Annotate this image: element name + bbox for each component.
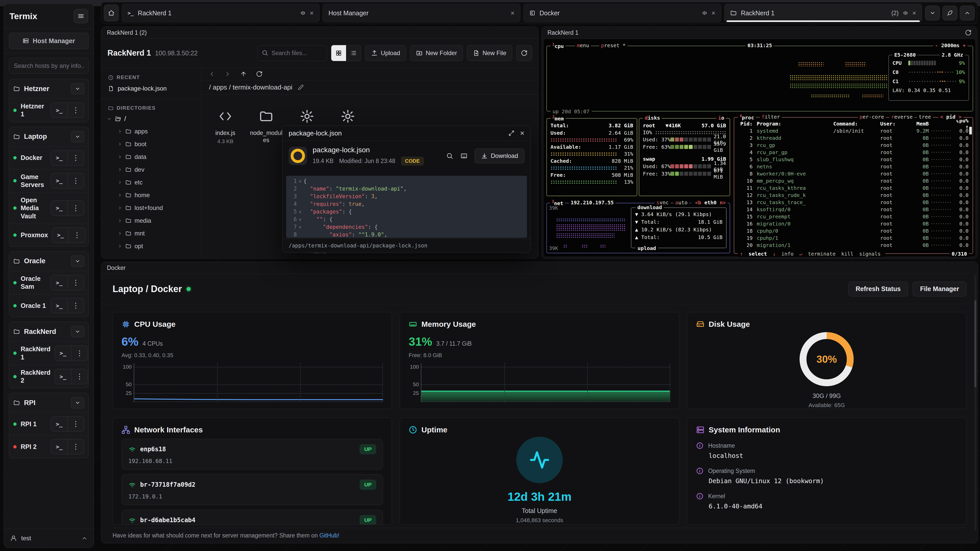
editor-icon[interactable] xyxy=(460,152,468,159)
open-terminal-button[interactable]: >_ xyxy=(51,151,67,165)
docker-scrollbar[interactable] xyxy=(974,275,977,530)
terminal-screen[interactable]: 1cpu menu preset * 03:31:25 - 2000ms + E… xyxy=(544,39,975,256)
tab-overflow-down-button[interactable] xyxy=(925,6,940,21)
sidebar-host-row[interactable]: RackNerd 1>_⋮ xyxy=(9,341,88,365)
open-terminal-button[interactable]: >_ xyxy=(55,346,71,361)
upload-button[interactable]: Upload xyxy=(365,45,406,61)
tree-item-dev[interactable]: dev xyxy=(101,163,201,176)
nav-up-icon[interactable] xyxy=(240,71,247,77)
open-terminal-button[interactable]: >_ xyxy=(51,439,67,454)
tree-item-opt[interactable]: opt xyxy=(101,240,201,252)
open-terminal-button[interactable]: >_ xyxy=(51,201,67,216)
host-menu-button[interactable]: ⋮ xyxy=(67,151,84,165)
split-view-icon[interactable] xyxy=(702,10,708,16)
host-menu-button[interactable]: ⋮ xyxy=(67,201,84,216)
sidebar-host-row[interactable]: RPI 1>_⋮ xyxy=(9,413,88,435)
sidebar-host-row[interactable]: Oracle 1>_⋮ xyxy=(9,294,88,317)
group-collapse-button[interactable] xyxy=(71,131,84,142)
tree-root-item[interactable]: / xyxy=(101,113,201,125)
host-menu-button[interactable]: ⋮ xyxy=(67,173,84,188)
open-terminal-button[interactable]: >_ xyxy=(51,103,67,118)
expand-icon[interactable] xyxy=(508,130,515,137)
group-collapse-button[interactable] xyxy=(71,83,84,94)
group-header[interactable]: RPI xyxy=(9,393,88,413)
group-header[interactable]: Hetzner xyxy=(9,79,88,98)
new-file-button[interactable]: New File xyxy=(467,45,512,61)
tab-close-icon[interactable]: × xyxy=(310,9,313,17)
sidebar-host-row[interactable]: Game Servers>_⋮ xyxy=(9,169,88,192)
group-collapse-button[interactable] xyxy=(71,256,84,267)
split-view-icon[interactable] xyxy=(903,10,908,16)
sidebar-host-row[interactable]: RPI 2>_⋮ xyxy=(9,435,88,458)
host-menu-button[interactable]: ⋮ xyxy=(67,439,84,454)
open-terminal-button[interactable]: >_ xyxy=(51,173,67,188)
tab-close-icon[interactable]: × xyxy=(511,9,514,17)
tree-item-apps[interactable]: apps xyxy=(101,125,201,138)
file-cell-index.js[interactable]: index.js4.3 KB xyxy=(205,98,246,144)
group-header[interactable]: Laptop xyxy=(9,127,88,146)
tab-racknerd-1-3[interactable]: RackNerd 1(2)× xyxy=(724,4,922,22)
tab-racknerd-1-0[interactable]: >_RackNerd 1× xyxy=(122,4,320,22)
user-menu[interactable]: test xyxy=(4,529,94,548)
tree-item-media[interactable]: media xyxy=(101,214,201,227)
host-menu-button[interactable]: ⋮ xyxy=(67,103,84,118)
open-terminal-button[interactable]: >_ xyxy=(52,228,68,243)
close-icon[interactable]: × xyxy=(520,129,525,137)
refresh-files-button[interactable] xyxy=(516,45,532,61)
tree-item-boot[interactable]: boot xyxy=(101,138,201,151)
recent-file-item[interactable]: package-lock.json xyxy=(101,82,201,95)
tab-close-icon[interactable]: × xyxy=(711,9,715,17)
file-cell-node_modules[interactable]: node_modules xyxy=(246,98,286,144)
group-collapse-button[interactable] xyxy=(71,397,84,408)
tab-docker-2[interactable]: Docker× xyxy=(523,4,721,22)
nav-forward-icon[interactable] xyxy=(224,71,231,77)
new-folder-button[interactable]: New Folder xyxy=(410,45,463,61)
sidebar-host-row[interactable]: Oracle Sam>_⋮ xyxy=(9,271,88,294)
open-terminal-button[interactable]: >_ xyxy=(51,416,67,431)
search-in-file-icon[interactable] xyxy=(446,152,453,159)
collapse-panel-button[interactable] xyxy=(960,6,975,21)
group-header[interactable]: RackNerd xyxy=(9,322,88,341)
terminal-refresh-icon[interactable] xyxy=(965,29,972,36)
nav-refresh-icon[interactable] xyxy=(256,71,262,77)
host-manager-button[interactable]: Host Manager xyxy=(9,33,89,49)
home-button[interactable] xyxy=(104,5,119,21)
sidebar-menu-button[interactable] xyxy=(74,9,88,23)
tree-item-lost+found[interactable]: lost+found xyxy=(101,202,201,214)
open-terminal-button[interactable]: >_ xyxy=(51,298,67,313)
grid-view-button[interactable] xyxy=(331,45,346,61)
github-link[interactable]: GitHub! xyxy=(320,532,339,539)
host-search-input[interactable] xyxy=(9,58,89,74)
host-menu-button[interactable]: ⋮ xyxy=(71,369,88,384)
list-view-button[interactable] xyxy=(346,45,361,61)
host-menu-button[interactable]: ⋮ xyxy=(71,346,88,361)
group-collapse-button[interactable] xyxy=(71,326,84,337)
download-button[interactable]: Download xyxy=(475,148,525,163)
open-terminal-button[interactable]: >_ xyxy=(51,275,67,290)
tree-item-home[interactable]: home xyxy=(101,189,201,202)
tree-item-data[interactable]: data xyxy=(101,151,201,163)
open-terminal-button[interactable]: >_ xyxy=(55,369,71,384)
split-view-icon[interactable] xyxy=(300,10,306,16)
tab-host-manager-1[interactable]: Host Manager× xyxy=(323,4,520,22)
host-menu-button[interactable]: ⋮ xyxy=(67,275,84,290)
code-view[interactable]: 1∨{2 "name": "termix-download-api",3 "lo… xyxy=(286,176,527,238)
group-header[interactable]: Oracle xyxy=(9,251,88,271)
host-menu-button[interactable]: ⋮ xyxy=(68,228,85,243)
tree-item-etc[interactable]: etc xyxy=(101,176,201,189)
host-menu-button[interactable]: ⋮ xyxy=(67,416,84,431)
quick-actions-button[interactable] xyxy=(942,6,957,21)
sidebar-host-row[interactable]: Open Media Vault>_⋮ xyxy=(9,192,88,224)
file-manager-button[interactable]: File Manager xyxy=(913,282,966,297)
sidebar-host-row[interactable]: Hetzner 1>_⋮ xyxy=(9,98,88,122)
tab-close-icon[interactable]: × xyxy=(912,9,916,17)
edit-path-icon[interactable] xyxy=(298,84,304,91)
proc-scrollbar-thumb[interactable] xyxy=(969,127,972,135)
sidebar-host-row[interactable]: Proxmox>_⋮ xyxy=(9,224,88,246)
host-menu-button[interactable]: ⋮ xyxy=(67,298,84,313)
sidebar-host-row[interactable]: RackNerd 2>_⋮ xyxy=(9,365,88,388)
tree-item-mnt[interactable]: mnt xyxy=(101,227,201,240)
nav-back-icon[interactable] xyxy=(208,71,215,77)
sidebar-host-row[interactable]: Docker>_⋮ xyxy=(9,146,88,169)
refresh-status-button[interactable]: Refresh Status xyxy=(848,282,908,297)
